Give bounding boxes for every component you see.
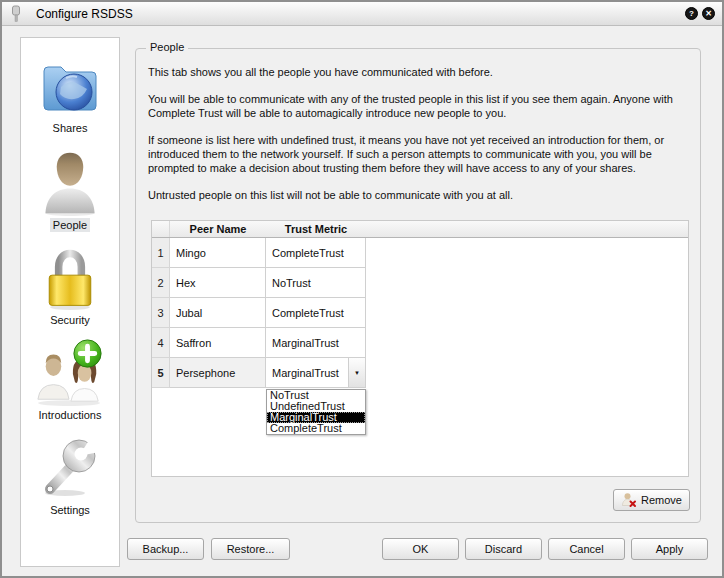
table-header: Peer Name Trust Metric <box>152 221 688 238</box>
trust-metric-editor-cell: MarginalTrust ▼ <box>266 358 366 388</box>
category-sidebar: Shares People <box>20 37 120 567</box>
help-button[interactable]: ? <box>685 7 698 20</box>
title-bar[interactable]: Configure RSDSS ? ✕ <box>2 2 722 26</box>
remove-button-label: Remove <box>641 494 682 506</box>
chevron-down-icon: ▼ <box>354 370 360 376</box>
person-icon <box>37 147 103 217</box>
trust-metric-cell[interactable]: NoTrust <box>266 268 366 298</box>
introduce-people-icon <box>31 337 109 407</box>
sidebar-item-security[interactable]: Security <box>38 244 102 327</box>
table-row[interactable]: 1 Mingo CompleteTrust <box>152 238 688 268</box>
backup-button[interactable]: Backup... <box>127 538 204 560</box>
cancel-button[interactable]: Cancel <box>548 538 625 560</box>
description-text: This tab shows you all the people you ha… <box>148 65 686 215</box>
groupbox-title: People <box>146 41 188 53</box>
row-number[interactable]: 1 <box>152 238 170 268</box>
header-corner <box>152 221 170 237</box>
paragraph: You will be able to communicate with any… <box>148 92 686 120</box>
combobox-value[interactable]: MarginalTrust <box>266 358 348 387</box>
sidebar-item-settings[interactable]: Settings <box>37 430 103 517</box>
discard-button[interactable]: Discard <box>465 538 542 560</box>
remove-button[interactable]: Remove <box>613 489 690 511</box>
trust-metric-combobox[interactable]: MarginalTrust ▼ <box>266 358 365 387</box>
row-number[interactable]: 5 <box>152 358 170 388</box>
apply-button[interactable]: Apply <box>631 538 708 560</box>
peers-table[interactable]: Peer Name Trust Metric 1 Mingo CompleteT… <box>151 220 689 477</box>
row-number[interactable]: 4 <box>152 328 170 358</box>
ok-button[interactable]: OK <box>382 538 459 560</box>
paragraph: Untrusted people on this list will not b… <box>148 188 686 202</box>
row-number[interactable]: 2 <box>152 268 170 298</box>
table-row[interactable]: 2 Hex NoTrust <box>152 268 688 298</box>
wrench-icon <box>37 430 103 502</box>
sidebar-item-label: Security <box>47 313 93 327</box>
sidebar-item-shares[interactable]: Shares <box>37 54 103 135</box>
trust-metric-cell[interactable]: CompleteTrust <box>266 298 366 328</box>
table-row-selected[interactable]: 5 Persephone MarginalTrust ▼ <box>152 358 688 388</box>
peer-name-cell[interactable]: Jubal <box>170 298 266 328</box>
window-icon <box>9 5 23 23</box>
shares-folder-globe-icon <box>37 54 103 120</box>
people-groupbox: People This tab shows you all the people… <box>135 48 701 523</box>
close-button[interactable]: ✕ <box>702 7 715 20</box>
column-header-peer-name[interactable]: Peer Name <box>170 221 266 237</box>
remove-person-icon <box>621 492 637 508</box>
window-title: Configure RSDSS <box>36 7 133 21</box>
sidebar-item-label: People <box>50 218 90 232</box>
row-number[interactable]: 3 <box>152 298 170 328</box>
table-row[interactable]: 3 Jubal CompleteTrust <box>152 298 688 328</box>
padlock-icon <box>38 244 102 312</box>
sidebar-item-introductions[interactable]: Introductions <box>31 337 109 422</box>
restore-button[interactable]: Restore... <box>211 538 290 560</box>
table-row[interactable]: 4 Saffron MarginalTrust <box>152 328 688 358</box>
sidebar-item-label: Shares <box>50 121 91 135</box>
combobox-dropdown-button[interactable]: ▼ <box>348 358 365 387</box>
column-header-trust-metric[interactable]: Trust Metric <box>266 221 366 237</box>
trust-metric-dropdown-list: NoTrust UndefinedTrust MarginalTrust Com… <box>266 389 366 435</box>
dropdown-option[interactable]: CompleteTrust <box>267 423 365 434</box>
paragraph: This tab shows you all the people you ha… <box>148 65 686 79</box>
peer-name-cell[interactable]: Mingo <box>170 238 266 268</box>
sidebar-item-label: Introductions <box>36 408 105 422</box>
configure-rsdss-window: Configure RSDSS ? ✕ <box>0 0 724 578</box>
peer-name-cell[interactable]: Saffron <box>170 328 266 358</box>
trust-metric-cell[interactable]: MarginalTrust <box>266 328 366 358</box>
trust-metric-cell[interactable]: CompleteTrust <box>266 238 366 268</box>
paragraph: If someone is list here with undefined t… <box>148 133 686 175</box>
sidebar-item-people[interactable]: People <box>37 147 103 232</box>
peer-name-cell[interactable]: Hex <box>170 268 266 298</box>
peer-name-cell[interactable]: Persephone <box>170 358 266 388</box>
sidebar-item-label: Settings <box>47 503 93 517</box>
